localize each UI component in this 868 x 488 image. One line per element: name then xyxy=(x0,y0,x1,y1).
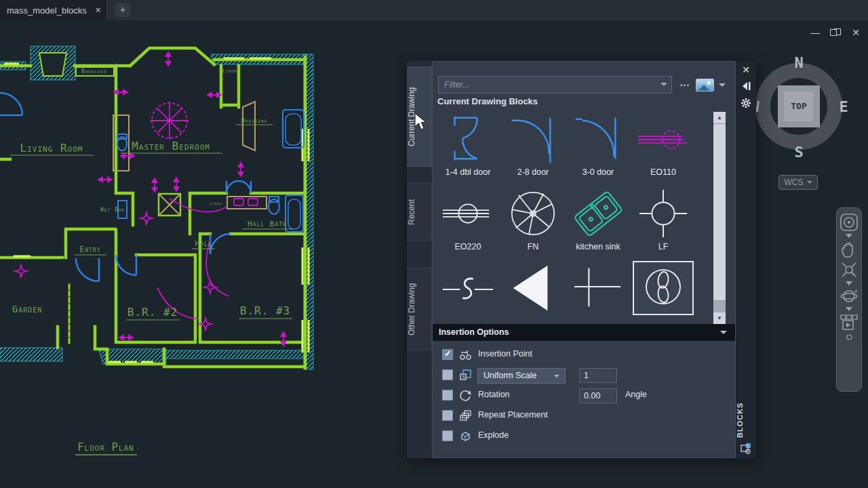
insertion-point-icon xyxy=(459,348,472,361)
scale-type-dropdown[interactable]: Uniform Scale xyxy=(477,368,566,384)
palette-body: ... Current Drawing Blocks 1-4 dbl door xyxy=(432,61,736,458)
blocks-palette: Current Drawing Recent Other Drawing ...… xyxy=(407,61,756,458)
block-item[interactable] xyxy=(435,261,500,324)
rotation-icon xyxy=(459,389,472,402)
block-item[interactable]: 3-0 door xyxy=(566,112,631,182)
scroll-down-icon[interactable]: ▼ xyxy=(713,312,726,324)
light-fixture-icon xyxy=(633,186,694,241)
palette-close-icon[interactable]: ✕ xyxy=(736,64,756,75)
palette-tab-recent[interactable]: Recent xyxy=(407,183,432,241)
restore-icon xyxy=(830,28,841,36)
file-tab-label: mass_model_blocks xyxy=(7,5,87,16)
file-tab[interactable]: mass_model_blocks ✕ xyxy=(0,0,107,20)
scroll-up-icon[interactable]: ▲ xyxy=(713,112,726,123)
rotation-label: Rotation xyxy=(478,390,510,399)
room-label: Garden xyxy=(12,304,43,314)
thumbnail-view-button[interactable] xyxy=(696,79,714,92)
drawing-title-label: Floor Plan xyxy=(77,441,134,453)
scale-value-field[interactable] xyxy=(579,368,617,383)
minimize-button[interactable]: — xyxy=(810,27,821,38)
orbit-menu-chevron-icon[interactable] xyxy=(846,307,852,311)
insertion-options-header[interactable]: Insertion Options xyxy=(433,324,735,340)
fireplace xyxy=(39,53,66,76)
room-label: B.R. #2 xyxy=(127,306,178,319)
viewcube-top-label[interactable]: TOP xyxy=(791,101,807,111)
wcs-dropdown[interactable]: WCS xyxy=(778,175,818,190)
blocks-grid: 1-4 dbl door 2-8 door 3-0 door xyxy=(433,112,713,324)
explode-icon xyxy=(459,430,472,443)
chevron-down-icon xyxy=(720,331,727,334)
restore-button[interactable] xyxy=(830,27,841,38)
orbit-icon[interactable] xyxy=(840,288,858,304)
block-item[interactable]: LF xyxy=(631,186,696,257)
room-label: Hall xyxy=(195,239,212,248)
view-options-chevron-icon[interactable] xyxy=(719,83,726,87)
block-item[interactable] xyxy=(566,261,631,324)
file-tab-bar: mass_model_blocks ✕ + xyxy=(0,0,868,20)
figure-eight-icon xyxy=(633,261,694,315)
block-label: FN xyxy=(500,242,566,251)
uniform-scale-icon xyxy=(459,369,472,382)
navbar-customize-icon[interactable] xyxy=(846,334,852,340)
showmotion-icon[interactable] xyxy=(840,314,858,331)
palette-settings-gear-icon[interactable] xyxy=(741,98,751,108)
room-label: B.R. #3 xyxy=(240,304,290,317)
block-item[interactable]: kitchen sink xyxy=(566,186,631,257)
block-label: LF xyxy=(631,242,696,251)
zoom-menu-chevron-icon[interactable] xyxy=(846,281,852,285)
block-item[interactable] xyxy=(631,261,696,324)
palette-tab-current-drawing[interactable]: Current Drawing xyxy=(407,66,432,167)
rotation-angle-field[interactable] xyxy=(579,388,617,403)
insertion-point-checkbox[interactable] xyxy=(442,349,453,360)
room-label: Linen xyxy=(210,201,222,205)
viewcube-north[interactable]: N xyxy=(794,54,803,71)
floorplan-canvas[interactable]: Bookcase Living Room Master Bedroom Line… xyxy=(0,20,434,488)
pan-hand-icon[interactable] xyxy=(841,241,857,258)
blocks-palette-icon xyxy=(740,442,752,454)
close-button[interactable]: ✕ xyxy=(850,27,861,38)
rotation-checkbox[interactable] xyxy=(442,390,453,401)
block-item[interactable] xyxy=(500,261,566,324)
explode-checkbox[interactable] xyxy=(442,430,453,441)
viewcube[interactable]: TOP N E S W xyxy=(749,47,850,168)
tab-close-icon[interactable]: ✕ xyxy=(95,5,102,15)
navigation-wheel-icon[interactable] xyxy=(840,214,858,231)
repeat-placement-checkbox[interactable] xyxy=(442,410,453,421)
block-label: EO220 xyxy=(435,242,500,251)
angle-label: Angle xyxy=(625,390,647,399)
scale-checkbox[interactable] xyxy=(442,369,453,380)
filter-input[interactable] xyxy=(438,76,672,94)
palette-tab-strip: Current Drawing Recent Other Drawing xyxy=(407,61,432,458)
scrollbar-thumb[interactable] xyxy=(713,123,726,301)
block-item[interactable]: EO220 xyxy=(435,186,500,257)
viewcube-east[interactable]: E xyxy=(839,98,848,115)
chevron-down-icon xyxy=(807,181,812,184)
room-label: Wet Bar xyxy=(100,207,125,213)
section-title: Current Drawing Blocks xyxy=(437,96,538,106)
room-label: Bookcase xyxy=(81,68,107,75)
electrical-symbols xyxy=(15,52,286,346)
palette-tab-other-drawing[interactable]: Other Drawing xyxy=(407,268,432,350)
switch-icon xyxy=(437,261,498,315)
wheel-menu-chevron-icon[interactable] xyxy=(846,234,852,238)
block-item[interactable]: FN xyxy=(500,186,566,257)
ceiling-fan-icon xyxy=(502,186,564,241)
room-labels: Bookcase Living Room Master Bedroom Line… xyxy=(10,68,293,455)
kitchen-sink-icon xyxy=(568,186,629,241)
room-label: Living Room xyxy=(20,142,83,155)
electrical-outlet-white-icon xyxy=(437,186,498,241)
auto-hide-pin-icon[interactable] xyxy=(741,81,751,91)
block-item[interactable]: 1-4 dbl door xyxy=(435,112,500,182)
arrow-icon xyxy=(502,261,564,315)
blocks-scrollbar[interactable]: ▲ ▼ xyxy=(713,112,726,324)
zoom-extents-icon[interactable] xyxy=(840,261,858,279)
block-label: kitchen sink xyxy=(566,242,631,251)
block-label: 3-0 door xyxy=(566,167,631,177)
viewcube-south[interactable]: S xyxy=(794,144,803,161)
browse-more-button[interactable]: ... xyxy=(677,74,693,92)
new-tab-button[interactable]: + xyxy=(115,3,130,17)
block-item[interactable]: EO110 xyxy=(631,112,696,182)
window-controls: — ✕ xyxy=(810,27,861,38)
block-item[interactable]: 2-8 door xyxy=(500,112,566,182)
wiring-arcs xyxy=(157,199,229,319)
